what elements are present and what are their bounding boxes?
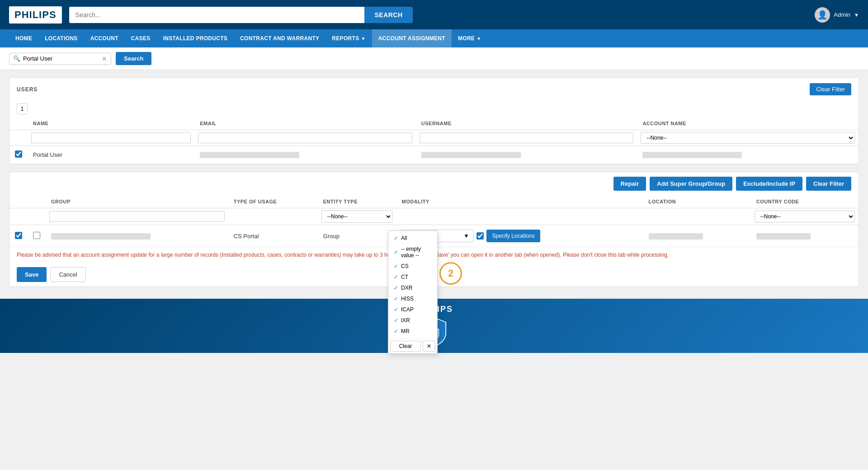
list-item[interactable]: ✓ -- empty value -- [388,244,437,261]
header-search-container: SEARCH [69,7,413,23]
assignment-location-col-header: LOCATION [643,195,751,208]
assignment-filter-checkbox-col [9,208,28,225]
list-item[interactable]: ✓ DXR [388,282,437,293]
header-search-input[interactable] [69,7,365,23]
check-icon: ✓ [394,328,398,334]
check-icon: ✓ [394,249,398,255]
nav-item-cases[interactable]: CASES [125,29,157,47]
user-area: 👤 Admin ▼ [815,7,859,23]
assignment-location-filter [643,208,751,225]
nav-item-more[interactable]: MORE ▼ [452,29,487,47]
dropdown-clear-button[interactable]: Clear [390,341,421,352]
users-panel-title: USERS [17,86,38,93]
users-row-email [194,146,416,164]
nav-item-contract-warranty[interactable]: CONTRACT AND WARRANTY [234,29,326,47]
assignment-row-checkbox1-cell [9,225,28,247]
entity-type-dropdown: --None-- Group Individual [321,210,393,223]
search-button[interactable]: Search [116,52,151,65]
users-row-checkbox[interactable] [15,150,22,158]
users-email-filter [194,130,416,146]
nav-item-account[interactable]: ACCOUNT [84,29,125,47]
check-icon: ✓ [394,274,398,280]
assignment-checkbox2-col-header [28,195,46,208]
modality-checkbox[interactable] [476,232,484,240]
assignment-country-code-filter: --None-- [751,208,859,225]
specify-locations-button[interactable]: Specify Locations [486,230,540,242]
assignment-modality-col-header: MODALITY [396,195,643,208]
dropdown-close-button[interactable]: ✕ [423,341,435,352]
users-account-name-col-header: ACCOUNT NAME [637,117,859,130]
users-email-filter-input[interactable] [198,132,412,143]
logo-text: PHILIPS [14,9,57,20]
users-name-filter-input[interactable] [31,132,191,143]
check-icon: ✓ [394,235,398,241]
dropdown-footer: Clear ✕ [388,338,437,353]
dropdown-item-label: -- empty value -- [401,246,432,258]
users-name-col-header: NAME [28,117,194,130]
nav-item-account-assignment[interactable]: ACCOUNT ASSIGNMENT [372,29,452,47]
users-page-number: 1 [17,103,28,114]
users-username-col-header: USERNAME [416,117,637,130]
users-filter-checkbox-col [9,130,28,146]
assignment-clear-filter-button[interactable]: Clear Filter [806,177,851,191]
assignment-row-type-of-usage: CS Portal [228,225,318,247]
assignment-row-entity-type: Group [318,225,396,247]
modality-dropdown-popup: ✓ All ✓ -- empty value -- ✓ CS ✓ CT ✓ DX… [388,230,438,353]
users-row-name: Portal User [28,146,194,164]
users-username-filter-input[interactable] [420,132,634,143]
assignment-row-checkbox1[interactable] [15,232,22,239]
search-input[interactable] [23,55,99,62]
users-panel-header: USERS Clear Filter [9,78,859,101]
assignment-group-col-header: GROUP [46,195,228,208]
dropdown-item-label: HISS [401,296,414,302]
dropdown-item-label: ICAP [401,306,414,313]
app-header: PHILIPS SEARCH 👤 Admin ▼ [0,0,868,29]
exclude-include-button[interactable]: Exclude/Include IP [736,177,802,191]
users-clear-filter-button[interactable]: Clear Filter [810,83,851,95]
user-chevron-icon[interactable]: ▼ [854,12,859,18]
users-name-filter [28,130,194,146]
assignment-type-of-usage-filter [228,208,318,225]
save-button[interactable]: Save [17,267,47,282]
assignment-filter-checkbox2-col [28,208,46,225]
list-item[interactable]: ✓ IXR [388,315,437,326]
assignment-country-code-col-header: COUNTRY CODE [751,195,859,208]
nav-item-installed-products[interactable]: INSTALLED PRODUCTS [157,29,234,47]
nav-item-locations[interactable]: LOCATIONS [38,29,84,47]
assignment-row-checkbox2[interactable] [33,232,40,239]
repair-button[interactable]: Repair [613,177,646,191]
search-row: 🔍 ✕ Search [0,47,868,70]
list-item[interactable]: ✓ All [388,233,437,244]
users-account-name-select[interactable]: --None-- [641,132,855,144]
clear-search-icon[interactable]: ✕ [102,55,107,62]
user-name: Admin [834,11,850,18]
more-chevron-icon: ▼ [476,36,481,41]
dropdown-item-label: All [401,235,407,241]
users-table: NAME EMAIL USERNAME ACCOUNT NAME --None-… [9,117,859,164]
users-row-checkbox-cell [9,146,28,164]
add-super-group-button[interactable]: Add Super Group/Group [650,177,732,191]
list-item[interactable]: ✓ CT [388,272,437,282]
entity-type-select[interactable]: --None-- Group Individual [322,211,392,222]
users-row-username [416,146,637,164]
assignment-row-location [643,225,751,247]
nav-item-home[interactable]: HOME [9,29,38,47]
check-icon: ✓ [394,263,398,269]
users-email-col-header: EMAIL [194,117,416,130]
check-icon: ✓ [394,306,398,313]
list-item[interactable]: ✓ MR [388,326,437,337]
cancel-button[interactable]: Cancel [50,267,85,282]
list-item[interactable]: ✓ ICAP [388,304,437,315]
assignment-group-filter-input[interactable] [49,211,225,222]
assignment-row-group [46,225,228,247]
search-input-wrap: 🔍 ✕ [9,53,111,65]
nav-item-reports[interactable]: REPORTS ▼ [326,29,372,47]
list-item[interactable]: ✓ CS [388,261,437,272]
dropdown-item-label: MR [401,328,410,334]
action-row: Repair Add Super Group/Group Exclude/Inc… [9,172,859,195]
users-panel: USERS Clear Filter 1 NAME EMAIL USERNAME… [9,77,859,164]
header-search-button[interactable]: SEARCH [364,7,412,23]
modality-chevron-icon: ▼ [464,233,469,239]
country-code-select[interactable]: --None-- [755,211,855,222]
list-item[interactable]: ✓ HISS [388,293,437,304]
